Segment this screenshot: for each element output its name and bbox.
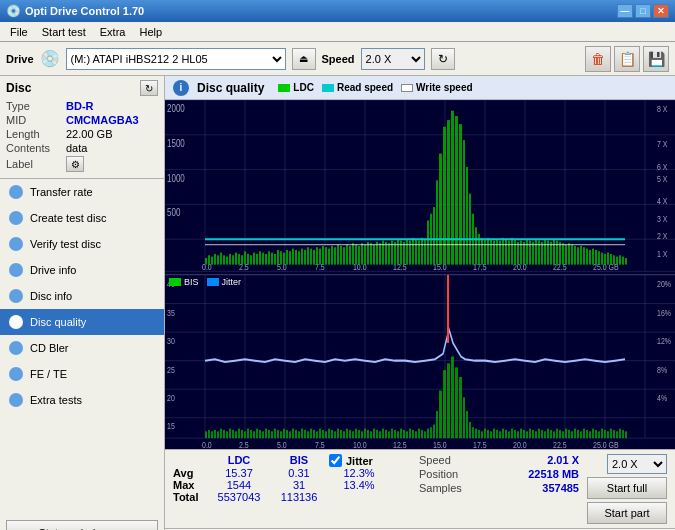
svg-rect-310 <box>472 427 474 438</box>
svg-rect-47 <box>220 253 222 265</box>
sidebar-label-create-test-disc: Create test disc <box>30 212 106 224</box>
svg-rect-62 <box>265 254 267 265</box>
speed-row: Speed 2.01 X <box>419 454 579 466</box>
sidebar-label-transfer-rate: Transfer rate <box>30 186 93 198</box>
drive-eject-button[interactable]: ⏏ <box>292 48 316 70</box>
svg-text:20: 20 <box>167 392 175 403</box>
status-window-button[interactable]: Status window >> <box>6 520 158 530</box>
sidebar-label-cd-bler: CD Bler <box>30 342 69 354</box>
svg-text:17.5: 17.5 <box>473 439 487 449</box>
svg-rect-301 <box>439 391 442 439</box>
start-full-button[interactable]: Start full <box>587 477 667 499</box>
svg-rect-342 <box>568 430 570 438</box>
svg-rect-278 <box>370 431 372 438</box>
toolbar-copy-button[interactable]: 📋 <box>614 46 640 72</box>
disc-quality-header: i Disc quality LDC Read speed Write spee… <box>165 76 675 100</box>
disc-length-label: Length <box>6 128 66 140</box>
sidebar-item-fe-te[interactable]: FE / TE <box>0 361 164 387</box>
sidebar-item-create-test-disc[interactable]: Create test disc <box>0 205 164 231</box>
sidebar-item-transfer-rate[interactable]: Transfer rate <box>0 179 164 205</box>
toolbar-erase-button[interactable]: 🗑 <box>585 46 611 72</box>
speed-select-drive[interactable]: 2.0 X <box>361 48 425 70</box>
svg-text:0.0: 0.0 <box>202 262 212 272</box>
svg-rect-166 <box>583 247 585 264</box>
svg-rect-279 <box>373 429 375 439</box>
svg-rect-280 <box>376 430 378 438</box>
svg-text:15.0: 15.0 <box>433 439 447 449</box>
speed-refresh-button[interactable]: ↻ <box>431 48 455 70</box>
sidebar-item-extra-tests[interactable]: Extra tests <box>0 387 164 413</box>
svg-rect-284 <box>388 431 390 438</box>
svg-rect-152 <box>541 242 543 265</box>
svg-rect-315 <box>487 430 489 438</box>
maximize-button[interactable]: □ <box>635 4 651 18</box>
avg-jitter: 12.3% <box>329 467 389 479</box>
sidebar-item-disc-info[interactable]: Disc info <box>0 283 164 309</box>
svg-rect-270 <box>346 429 348 439</box>
sidebar-item-drive-info[interactable]: Drive info <box>0 257 164 283</box>
svg-text:0.0: 0.0 <box>202 439 212 449</box>
svg-text:6 X: 6 X <box>657 162 668 172</box>
svg-rect-99 <box>376 242 378 265</box>
extra-tests-icon <box>8 392 24 408</box>
menu-extra[interactable]: Extra <box>94 24 132 40</box>
svg-rect-258 <box>310 429 312 439</box>
avg-bis: 0.31 <box>269 467 329 479</box>
chart-legend-upper: LDC Read speed Write speed <box>278 82 472 93</box>
sidebar-item-cd-bler[interactable]: CD Bler <box>0 335 164 361</box>
max-label: Max <box>173 479 209 491</box>
svg-rect-80 <box>319 249 321 265</box>
svg-rect-240 <box>256 429 258 439</box>
svg-rect-320 <box>502 429 504 439</box>
svg-rect-334 <box>544 431 546 438</box>
svg-rect-326 <box>520 429 522 439</box>
stats-area: LDC BIS Jitter Avg 15.37 0.31 12.3% Max … <box>165 449 675 528</box>
close-button[interactable]: ✕ <box>653 4 669 18</box>
svg-rect-137 <box>496 239 498 264</box>
svg-rect-57 <box>250 255 252 264</box>
svg-text:8%: 8% <box>657 364 668 375</box>
menu-start-test[interactable]: Start test <box>36 24 92 40</box>
svg-rect-45 <box>214 254 216 265</box>
legend-ldc-label: LDC <box>293 82 314 93</box>
svg-text:15: 15 <box>167 419 175 430</box>
svg-rect-122 <box>447 120 450 265</box>
speed-select-action[interactable]: 2.0 X <box>607 454 667 474</box>
drive-select[interactable]: (M:) ATAPI iHBS212 2 HL05 <box>66 48 286 70</box>
disc-refresh-button[interactable]: ↻ <box>140 80 158 96</box>
start-part-button[interactable]: Start part <box>587 502 667 524</box>
svg-rect-245 <box>271 431 273 438</box>
svg-rect-52 <box>235 253 237 265</box>
svg-rect-299 <box>433 425 435 439</box>
svg-rect-237 <box>247 429 249 439</box>
svg-rect-318 <box>496 430 498 438</box>
svg-rect-302 <box>443 370 446 438</box>
svg-rect-347 <box>583 429 585 439</box>
minimize-button[interactable]: — <box>617 4 633 18</box>
sidebar-item-verify-test-disc[interactable]: Verify test disc <box>0 231 164 257</box>
legend-jitter-label: Jitter <box>222 277 242 287</box>
svg-rect-290 <box>406 431 408 438</box>
svg-rect-75 <box>304 250 306 265</box>
jitter-checkbox[interactable] <box>329 454 342 467</box>
disc-type-value: BD-R <box>66 100 94 112</box>
svg-rect-329 <box>529 429 531 439</box>
svg-rect-143 <box>514 239 516 264</box>
svg-rect-150 <box>535 239 537 264</box>
toolbar-save-button[interactable]: 💾 <box>643 46 669 72</box>
sidebar-item-disc-quality[interactable]: Disc quality <box>0 309 164 335</box>
svg-rect-293 <box>415 431 417 438</box>
nav-items: Transfer rate Create test disc Verify te… <box>0 179 164 516</box>
title-bar-left: 💿 Opti Drive Control 1.70 <box>6 4 144 18</box>
menu-file[interactable]: File <box>4 24 34 40</box>
charts-area: 2000 1500 1000 500 0.0 2.5 5.0 7.5 10.0 … <box>165 100 675 449</box>
svg-rect-259 <box>313 430 315 438</box>
svg-rect-59 <box>256 254 258 265</box>
main-layout: Disc ↻ Type BD-R MID CMCMAGBA3 Length 22… <box>0 76 675 530</box>
sidebar-label-drive-info: Drive info <box>30 264 76 276</box>
menu-help[interactable]: Help <box>133 24 168 40</box>
svg-rect-93 <box>358 246 360 265</box>
svg-rect-277 <box>367 430 369 438</box>
disc-label-button[interactable]: ⚙ <box>66 156 84 172</box>
svg-rect-223 <box>205 431 207 438</box>
